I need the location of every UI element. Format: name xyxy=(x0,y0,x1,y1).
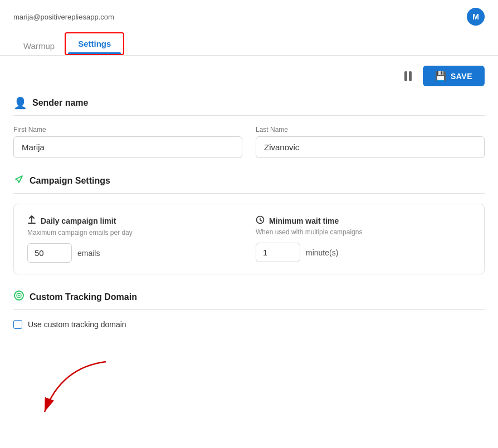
avatar: M xyxy=(467,8,485,26)
daily-limit-input-row: emails xyxy=(27,243,242,263)
person-icon: 👤 xyxy=(13,96,27,110)
tab-warmup[interactable]: Warmup xyxy=(13,37,65,55)
sender-name-header: 👤 Sender name xyxy=(13,96,485,110)
sender-name-section: 👤 Sender name First Name Last Name xyxy=(13,96,485,158)
tabs-row: Warmup Settings xyxy=(0,26,498,56)
min-wait-item: Minimum wait time When used with multipl… xyxy=(256,215,471,263)
min-wait-title-row: Minimum wait time xyxy=(256,215,471,226)
last-name-input[interactable] xyxy=(256,136,485,158)
daily-limit-item: Daily campaign limit Maximum campaign em… xyxy=(27,215,242,263)
save-button[interactable]: 💾 SAVE xyxy=(423,66,485,86)
min-wait-input[interactable] xyxy=(256,243,300,262)
min-wait-desc: When used with multiple campaigns xyxy=(256,228,471,236)
last-name-field: Last Name xyxy=(256,126,485,158)
min-wait-title: Minimum wait time xyxy=(269,216,339,225)
clock-icon xyxy=(256,215,265,226)
arrow-annotation xyxy=(17,356,117,425)
sender-name-divider xyxy=(13,115,485,116)
min-wait-unit: minute(s) xyxy=(306,248,338,257)
campaign-settings-divider xyxy=(13,193,485,194)
custom-tracking-checkbox-label[interactable]: Use custom tracking domain xyxy=(28,320,126,329)
save-icon: 💾 xyxy=(435,71,447,81)
daily-limit-unit: emails xyxy=(77,249,100,258)
campaign-settings-section: Campaign Settings Daily campaign limit xyxy=(13,174,485,274)
checkbox-row: Use custom tracking domain xyxy=(13,320,485,329)
custom-tracking-title: Custom Tracking Domain xyxy=(30,292,137,302)
min-wait-input-row: minute(s) xyxy=(256,243,471,262)
daily-limit-input[interactable] xyxy=(27,243,72,263)
campaign-icon xyxy=(13,174,25,188)
last-name-label: Last Name xyxy=(256,126,485,134)
first-name-field: First Name xyxy=(13,126,242,158)
campaign-settings-title: Campaign Settings xyxy=(30,176,110,186)
first-name-input[interactable] xyxy=(13,136,242,158)
pause-icon xyxy=(404,71,412,81)
campaign-grid: Daily campaign limit Maximum campaign em… xyxy=(27,215,471,263)
custom-tracking-header: Custom Tracking Domain xyxy=(13,290,485,304)
first-name-label: First Name xyxy=(13,126,242,134)
tracking-icon xyxy=(13,290,25,304)
toolbar: 💾 SAVE xyxy=(13,66,485,86)
custom-tracking-section: Custom Tracking Domain Use custom tracki… xyxy=(13,290,485,329)
top-bar: marija@positiverepliesapp.com M xyxy=(0,0,498,26)
main-content: 💾 SAVE 👤 Sender name First Name Last Nam… xyxy=(0,56,498,355)
campaign-card: Daily campaign limit Maximum campaign em… xyxy=(13,204,485,274)
pause-button[interactable] xyxy=(399,68,417,85)
svg-point-3 xyxy=(18,295,20,297)
tab-settings-highlight: Settings xyxy=(65,32,124,55)
user-email: marija@positiverepliesapp.com xyxy=(13,13,114,21)
custom-tracking-divider xyxy=(13,309,485,310)
sender-name-title: Sender name xyxy=(32,98,88,108)
daily-limit-desc: Maximum campaign emails per day xyxy=(27,229,242,237)
tab-settings[interactable]: Settings xyxy=(68,35,121,53)
daily-limit-title-row: Daily campaign limit xyxy=(27,215,242,227)
upload-icon xyxy=(27,215,36,227)
daily-limit-title: Daily campaign limit xyxy=(41,216,116,225)
name-form-row: First Name Last Name xyxy=(13,126,485,158)
campaign-settings-header: Campaign Settings xyxy=(13,174,485,188)
custom-tracking-checkbox[interactable] xyxy=(13,320,22,329)
